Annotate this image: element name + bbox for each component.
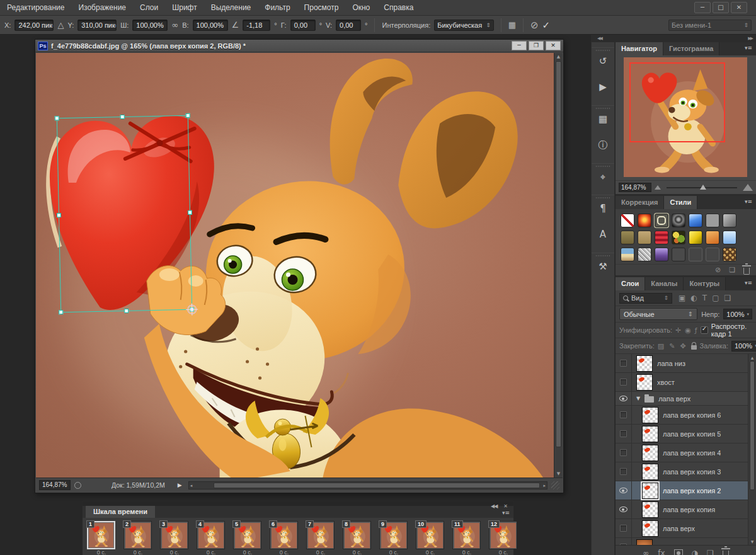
animation-frame[interactable]: 4 0 с. [197, 521, 226, 554]
animation-frame[interactable]: 10 0 с. [416, 521, 445, 554]
unify-style-icon[interactable]: ƒ [695, 326, 697, 335]
history-icon[interactable]: ↺ [592, 47, 614, 74]
measurement-log-icon[interactable]: ⌖ [592, 163, 614, 190]
tab-layers[interactable]: Слои [616, 277, 645, 290]
width-input[interactable]: 100,00% [132, 20, 168, 31]
frame-delay[interactable]: 0 с. [452, 549, 481, 554]
vskew-input[interactable]: 0,00 [336, 20, 361, 31]
menu-item[interactable]: Слои [133, 0, 165, 16]
adjustment-layers-filter-icon[interactable]: ◐ [690, 294, 697, 302]
style-swatch[interactable] [655, 214, 668, 227]
layer-style-icon[interactable]: fx [658, 549, 665, 555]
transform-handle-top-left[interactable] [55, 116, 59, 120]
frame-delay[interactable]: 0 с. [306, 549, 335, 554]
unify-position-icon[interactable]: ✛ [675, 326, 681, 335]
commit-transform-button[interactable]: ✓ [542, 20, 551, 31]
opacity-input[interactable]: 100% [723, 309, 752, 319]
animation-frame[interactable]: 6 0 с. [270, 521, 299, 554]
layer-mask-icon[interactable] [674, 549, 683, 555]
maximize-button[interactable]: □ [713, 2, 729, 13]
panel-menu-icon[interactable] [741, 196, 756, 209]
y-input[interactable]: 310,00 пикс [77, 20, 117, 31]
new-layer-icon[interactable]: ❏ [707, 549, 714, 555]
animation-frame[interactable]: 5 0 с. [233, 521, 262, 554]
layer-thumbnail[interactable] [642, 520, 658, 537]
shape-layers-filter-icon[interactable]: ▢ [712, 294, 719, 302]
animation-frame[interactable]: 9 0 с. [379, 521, 408, 554]
zoom-in-icon[interactable] [743, 184, 753, 191]
tab-histogram[interactable]: Гистограмма [663, 42, 719, 55]
style-swatch[interactable] [689, 231, 702, 244]
style-swatch[interactable] [706, 248, 719, 261]
expand-dock-icon[interactable]: ▶▶ [748, 36, 752, 41]
paragraph-icon[interactable]: ¶ [592, 195, 614, 221]
visibility-toggle[interactable] [616, 425, 632, 443]
frame-delay[interactable]: 0 с. [160, 549, 189, 554]
layer-row[interactable]: хвост [616, 373, 748, 392]
transform-handle-top-middle[interactable] [120, 115, 124, 119]
visibility-toggle[interactable] [616, 406, 632, 424]
tab-styles[interactable]: Стили [664, 196, 697, 209]
smart-object-filter-icon[interactable]: ❑ [724, 294, 731, 302]
visibility-toggle[interactable] [616, 519, 632, 537]
status-menu-arrow-icon[interactable]: ▶ [178, 482, 182, 488]
close-panel-icon[interactable]: ✕ [503, 503, 507, 509]
link-layers-icon[interactable]: ∞ [643, 549, 649, 555]
type-layers-filter-icon[interactable]: T [702, 294, 707, 302]
cancel-transform-button[interactable]: ⊘ [530, 20, 539, 31]
panel-menu-icon[interactable] [502, 510, 510, 516]
horizontal-scroll-thumb[interactable] [214, 483, 539, 488]
style-swatch[interactable] [638, 214, 651, 227]
tab-navigator[interactable]: Навигатор [616, 42, 663, 55]
new-style-icon[interactable]: ❏ [729, 266, 735, 274]
style-swatch[interactable] [706, 214, 719, 227]
layer-thumbnail[interactable] [642, 445, 658, 461]
menu-item[interactable]: Окно [345, 0, 377, 16]
layer-row[interactable]: лапа верх копия 6 [616, 406, 748, 425]
visibility-toggle[interactable] [616, 443, 632, 462]
layers-scroll-thumb[interactable] [750, 361, 755, 490]
navigator-proxy-view-box[interactable] [629, 62, 725, 142]
layer-thumbnail[interactable] [642, 407, 658, 423]
visibility-toggle[interactable] [616, 373, 632, 391]
menu-item[interactable]: Шрифт [165, 0, 203, 16]
style-swatch[interactable] [638, 248, 651, 261]
tab-paths[interactable]: Контуры [684, 277, 726, 290]
transform-handle-bottom-left[interactable] [59, 310, 63, 314]
panel-menu-icon[interactable] [741, 42, 756, 55]
frame-delay[interactable]: 0 с. [197, 549, 226, 554]
style-swatch[interactable] [672, 231, 685, 244]
layer-row[interactable]: лапа верх копия [616, 500, 748, 519]
transform-bounding-box[interactable] [57, 115, 192, 312]
visibility-toggle[interactable] [616, 481, 632, 500]
layer-row[interactable]: лапа верх копия 4 [616, 443, 748, 462]
layer-thumbnail[interactable] [642, 501, 658, 518]
animation-frame[interactable]: 1 0 с. [87, 521, 116, 554]
style-swatch[interactable] [723, 248, 736, 261]
propagate-frame-checkbox[interactable] [701, 326, 708, 334]
menu-item[interactable]: Справка [377, 0, 420, 16]
layers-scrollbar[interactable]: ▲ ▼ [748, 354, 756, 545]
frame-delay[interactable]: 0 с. [270, 549, 299, 554]
frame-delay[interactable]: 0 с. [87, 549, 116, 554]
layer-thumbnail[interactable] [642, 483, 658, 499]
interpolation-select[interactable]: Бикубическая [434, 20, 493, 31]
frame-delay[interactable]: 0 с. [379, 549, 408, 554]
style-swatch[interactable] [672, 214, 685, 227]
x-input[interactable]: 242,00 пикс [14, 20, 54, 31]
info-icon[interactable]: ⓘ [592, 132, 614, 158]
actions-icon[interactable]: ▶ [592, 74, 614, 100]
fill-input[interactable]: 100% [731, 341, 756, 352]
scroll-left-icon[interactable]: ◂ [190, 482, 193, 489]
collapse-panel-icon[interactable]: ◀◀ [491, 503, 497, 509]
canvas[interactable] [36, 53, 554, 478]
tool-presets-icon[interactable]: ⚒ [592, 253, 614, 279]
layer-thumbnail[interactable] [636, 539, 653, 546]
frame-delay[interactable]: 0 с. [343, 549, 372, 554]
transform-handle-top-right[interactable] [186, 113, 190, 118]
resize-grip[interactable] [551, 481, 559, 489]
lock-transparency-icon[interactable]: ▨ [658, 342, 664, 350]
delete-style-icon[interactable] [743, 268, 750, 275]
doc-minimize-button[interactable]: ─ [512, 41, 527, 50]
animation-frame[interactable]: 12 0 с. [489, 521, 518, 554]
